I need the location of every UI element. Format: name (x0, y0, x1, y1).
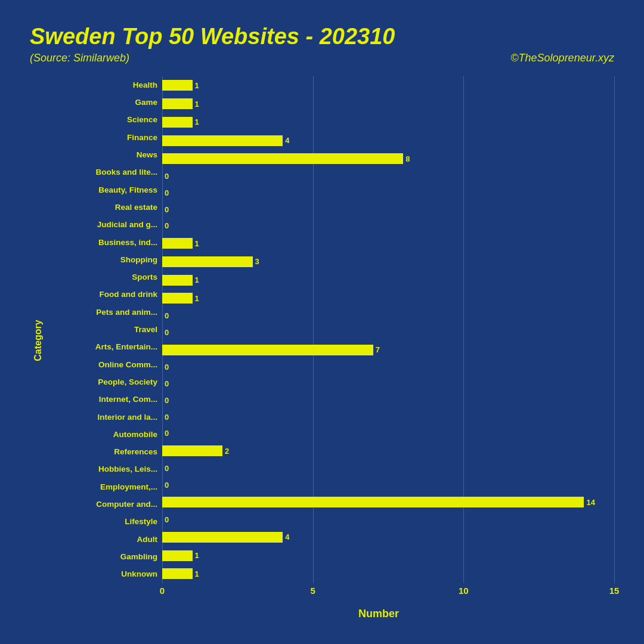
bar-value: 8 (405, 154, 410, 163)
bar-value: 4 (285, 136, 289, 145)
bar-value: 0 (165, 311, 169, 320)
bar-row: 0 (162, 205, 614, 214)
bar-value: 0 (165, 481, 169, 490)
category-label: Books and lite... (49, 168, 157, 177)
category-label: Hobbies, Leis... (49, 465, 157, 473)
bar-value: 1 (195, 239, 199, 248)
bar-value: 0 (165, 396, 169, 405)
bar-value: 0 (165, 515, 169, 524)
bar-row: 7 (162, 345, 614, 355)
bar-value: 1 (195, 81, 199, 90)
bar-value: 1 (195, 569, 199, 578)
bar-row: 4 (162, 532, 614, 543)
bar-value: 0 (165, 429, 169, 438)
source-label: (Source: Similarweb) (30, 52, 129, 64)
category-label: Judicial and g... (49, 221, 157, 229)
y-axis-label: Category (33, 320, 44, 361)
bar-value: 2 (225, 447, 229, 456)
bar-row: 14 (162, 497, 614, 507)
bar-row: 1 (162, 550, 614, 561)
bar-value: 1 (195, 100, 199, 109)
category-label: News (49, 151, 157, 159)
bar-value: 0 (165, 188, 169, 197)
category-label: Automobile (49, 431, 157, 439)
category-label: References (49, 448, 157, 456)
bar-row: 1 (162, 117, 614, 128)
bar-row: 0 (162, 515, 614, 524)
category-label: Business, ind... (49, 239, 157, 247)
bar-row: 2 (162, 445, 614, 456)
bar-row: 0 (162, 363, 614, 371)
bar-value: 7 (376, 345, 380, 354)
bar-row: 0 (162, 311, 614, 320)
category-label: Lifestyle (49, 518, 157, 526)
category-label: Travel (49, 326, 157, 334)
x-tick: 5 (310, 586, 315, 596)
category-label: Real estate (49, 203, 157, 212)
bar-row: 0 (162, 188, 614, 197)
bar-row: 0 (162, 481, 614, 490)
bar-value: 4 (285, 532, 289, 541)
category-label: Game (49, 98, 157, 107)
x-axis-label: Number (143, 608, 614, 620)
category-label: Interior and la... (49, 413, 157, 422)
category-label: Health (49, 81, 157, 89)
bar-row: 0 (162, 413, 614, 422)
category-label: Shopping (49, 256, 157, 264)
bar-value: 0 (165, 328, 169, 337)
bar-row: 1 (162, 238, 614, 249)
bar-value: 0 (165, 464, 169, 473)
bar-row: 3 (162, 256, 614, 267)
category-label: Finance (49, 134, 157, 142)
bar-value: 0 (165, 172, 169, 181)
bar-row: 1 (162, 568, 614, 579)
bar-value: 0 (165, 221, 169, 230)
bar-row: 8 (162, 153, 614, 164)
bar-value: 0 (165, 413, 169, 422)
category-label: Unknown (49, 570, 157, 578)
bar-value: 0 (165, 379, 169, 388)
bar-value: 1 (195, 551, 199, 560)
category-label: Science (49, 116, 157, 124)
category-label: Computer and... (49, 500, 157, 509)
bar-row: 0 (162, 429, 614, 438)
category-label: People, Society (49, 378, 157, 386)
bar-row: 1 (162, 80, 614, 91)
bar-row: 0 (162, 221, 614, 230)
bar-row: 0 (162, 396, 614, 405)
bar-value: 0 (165, 363, 169, 371)
bar-row: 1 (162, 275, 614, 286)
bar-row: 1 (162, 293, 614, 304)
category-label: Internet, Com... (49, 395, 157, 404)
bar-value: 3 (255, 257, 259, 266)
bar-value: 1 (195, 117, 199, 126)
bar-value: 1 (195, 294, 199, 303)
bar-value: 14 (586, 498, 595, 507)
category-label: Food and drink (49, 290, 157, 299)
x-tick: 0 (160, 586, 165, 596)
category-label: Adult (49, 535, 157, 544)
category-label: Employment,... (49, 483, 157, 491)
bar-row: 0 (162, 172, 614, 181)
bar-row: 0 (162, 328, 614, 337)
bar-row: 1 (162, 98, 614, 109)
bar-value: 0 (165, 205, 169, 214)
title: Sweden Top 50 Websites - 202310 (30, 24, 614, 49)
category-label: Arts, Entertain... (49, 343, 157, 351)
bar-row: 4 (162, 135, 614, 146)
bar-row: 0 (162, 464, 614, 473)
copyright-label: ©TheSolopreneur.xyz (510, 52, 614, 64)
category-label: Online Comm... (49, 361, 157, 369)
chart-container: Category HealthGameScienceFinanceNewsBoo… (30, 76, 614, 620)
bar-row: 0 (162, 379, 614, 388)
bar-value: 1 (195, 275, 199, 284)
x-tick: 10 (459, 586, 469, 596)
category-label: Pets and anim... (49, 308, 157, 317)
category-label: Gambling (49, 553, 157, 561)
category-label: Beauty, Fitness (49, 186, 157, 194)
x-tick: 15 (609, 586, 620, 596)
category-label: Sports (49, 273, 157, 281)
